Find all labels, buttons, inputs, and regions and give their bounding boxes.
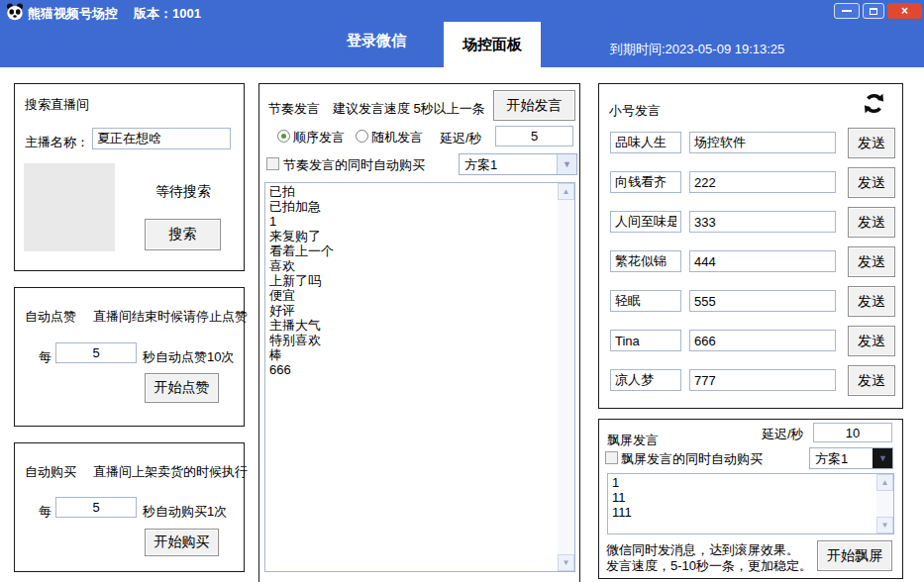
alt-account-message-input[interactable] xyxy=(689,290,836,312)
auto-like-every-label: 每 xyxy=(39,348,51,366)
tab-control-panel[interactable]: 场控面板 xyxy=(444,22,541,67)
search-button[interactable]: 搜索 xyxy=(145,219,221,250)
auto-like-suffix: 秒自动点赞10次 xyxy=(143,348,234,366)
titlebar: 熊猫视频号场控版本：1001 × 登录微信 场控面板 到期时间:2023-05-… xyxy=(0,0,924,67)
radio-sequential-speech[interactable] xyxy=(277,130,290,143)
auto-buy-hint: 直播间上架卖货的时候执行 xyxy=(93,463,248,481)
rhythm-plan-dropdown-arrow-icon: ▼ xyxy=(557,154,576,174)
alt-account-name-input[interactable] xyxy=(610,290,681,312)
scroll-up-icon[interactable]: ▲ xyxy=(876,474,893,491)
alt-accounts-title: 小号发言 xyxy=(609,102,661,120)
float-delay-input[interactable] xyxy=(813,423,892,442)
start-buy-button[interactable]: 开始购买 xyxy=(145,529,219,556)
send-button[interactable]: 发送 xyxy=(848,128,895,158)
send-button[interactable]: 发送 xyxy=(848,167,895,198)
radio-random-speech[interactable] xyxy=(356,130,368,143)
refresh-icon[interactable] xyxy=(861,90,887,121)
rhythm-hint: 建议发言速度 5秒以上一条 xyxy=(333,100,485,118)
float-title: 飘屏发言 xyxy=(607,432,659,449)
float-plan-dropdown-arrow-icon: ▼ xyxy=(873,448,892,468)
float-plan-select[interactable]: 方案1 ▼ xyxy=(809,447,893,469)
auto-like-panel: 自动点赞 直播间结束时候请停止点赞 每 秒自动点赞10次 开始点赞 xyxy=(14,287,245,427)
float-messages-box: 1 11 111 ▲ ▼ xyxy=(607,473,894,534)
rhythm-autobuy-label: 节奏发言的同时自动购买 xyxy=(283,156,425,174)
search-liveroom-panel: 搜索直播间 主播名称： 等待搜索 搜索 xyxy=(14,83,245,271)
radio-sequential-label: 顺序发言 xyxy=(293,129,345,146)
close-icon: × xyxy=(901,4,908,18)
alt-account-message-input[interactable] xyxy=(689,250,836,272)
rhythm-title: 节奏发言 xyxy=(268,100,320,118)
radio-random-label: 随机发言 xyxy=(371,129,423,146)
send-button[interactable]: 发送 xyxy=(848,365,895,396)
auto-like-hint: 直播间结束时候请停止点赞 xyxy=(93,308,248,326)
minimize-button[interactable] xyxy=(834,3,860,19)
window-title: 熊猫视频号场控版本：1001 xyxy=(28,5,201,23)
float-plan-value: 方案1 xyxy=(810,448,873,468)
maximize-icon xyxy=(870,8,877,15)
rhythm-messages-textarea[interactable]: 已拍 已拍加急 1 来复购了 看着上一个 喜欢 上新了吗 便宜 好评 主播大气 … xyxy=(265,183,558,571)
rhythm-messages-box: 已拍 已拍加急 1 来复购了 看着上一个 喜欢 上新了吗 便宜 好评 主播大气 … xyxy=(264,182,575,572)
start-like-button[interactable]: 开始点赞 xyxy=(145,373,219,403)
start-speech-button[interactable]: 开始发言 xyxy=(493,90,575,121)
send-button[interactable]: 发送 xyxy=(848,326,895,356)
host-name-label: 主播名称： xyxy=(25,134,89,151)
search-status-text: 等待搜索 xyxy=(155,183,211,201)
rhythm-autobuy-checkbox[interactable] xyxy=(266,157,279,170)
scroll-down-icon[interactable]: ▼ xyxy=(876,517,893,534)
rhythm-plan-value: 方案1 xyxy=(460,154,557,174)
float-scrollbar[interactable]: ▲ ▼ xyxy=(876,474,893,534)
auto-buy-panel: 自动购买 直播间上架卖货的时候执行 每 秒自动购买1次 开始购买 xyxy=(14,442,245,572)
float-messages-textarea[interactable]: 1 11 111 xyxy=(608,474,876,534)
auto-like-title: 自动点赞 xyxy=(25,308,76,326)
panda-logo-icon xyxy=(6,3,24,25)
auto-buy-suffix: 秒自动购买1次 xyxy=(143,503,227,521)
auto-buy-interval-input[interactable] xyxy=(55,497,137,518)
send-button[interactable]: 发送 xyxy=(848,286,895,317)
alt-account-name-input[interactable] xyxy=(610,250,681,272)
send-button[interactable]: 发送 xyxy=(848,207,895,238)
alt-account-name-input[interactable] xyxy=(610,211,681,233)
float-autobuy-label: 飘屏发言的同时自动购买 xyxy=(621,450,763,468)
rhythm-delay-input[interactable] xyxy=(495,126,573,146)
scroll-up-icon[interactable]: ▲ xyxy=(558,183,574,200)
rhythm-delay-label: 延迟/秒 xyxy=(440,130,482,147)
close-button[interactable]: × xyxy=(887,3,922,19)
alt-account-name-input[interactable] xyxy=(610,330,681,351)
host-name-input[interactable] xyxy=(92,128,231,149)
alt-account-name-input[interactable] xyxy=(610,132,681,153)
auto-buy-every-label: 每 xyxy=(39,503,51,521)
alt-account-name-input[interactable] xyxy=(610,171,681,193)
app-version-text: 版本：1001 xyxy=(134,6,201,21)
minimize-icon xyxy=(842,10,852,12)
rhythm-plan-select[interactable]: 方案1 ▼ xyxy=(459,153,577,175)
float-screen-panel: 飘屏发言 延迟/秒 飘屏发言的同时自动购买 方案1 ▼ 1 11 111 ▲ ▼… xyxy=(598,419,903,579)
alt-account-message-input[interactable] xyxy=(689,211,836,233)
search-panel-title: 搜索直播间 xyxy=(25,96,89,114)
send-button[interactable]: 发送 xyxy=(848,246,895,277)
app-window: 熊猫视频号场控版本：1001 × 登录微信 场控面板 到期时间:2023-05-… xyxy=(0,0,924,582)
float-note-line2: 发言速度，5-10秒一条，更加稳定。 xyxy=(606,557,812,575)
rhythm-scrollbar[interactable]: ▲ ▼ xyxy=(558,183,574,571)
alt-account-name-input[interactable] xyxy=(610,369,681,391)
alt-account-message-input[interactable] xyxy=(689,369,836,391)
rhythm-speech-panel: 节奏发言 建议发言速度 5秒以上一条 开始发言 顺序发言 随机发言 延迟/秒 节… xyxy=(258,83,580,582)
app-title-text: 熊猫视频号场控 xyxy=(28,6,118,21)
expiry-time-text: 到期时间:2023-05-09 19:13:25 xyxy=(610,41,784,58)
auto-like-interval-input[interactable] xyxy=(55,342,137,363)
alt-accounts-panel: 小号发言 发送 发送 发送 发送 发送 xyxy=(598,83,903,409)
maximize-button[interactable] xyxy=(863,3,884,19)
float-delay-label: 延迟/秒 xyxy=(762,426,804,443)
float-autobuy-checkbox[interactable] xyxy=(605,451,618,464)
liveroom-thumbnail-placeholder xyxy=(24,163,115,251)
start-float-button[interactable]: 开始飘屏 xyxy=(817,540,892,571)
alt-account-message-input[interactable] xyxy=(689,132,836,153)
alt-account-message-input[interactable] xyxy=(689,330,836,351)
alt-account-message-input[interactable] xyxy=(689,171,836,193)
scroll-down-icon[interactable]: ▼ xyxy=(558,554,574,571)
auto-buy-title: 自动购买 xyxy=(25,463,76,481)
tab-login-wechat[interactable]: 登录微信 xyxy=(317,32,436,50)
